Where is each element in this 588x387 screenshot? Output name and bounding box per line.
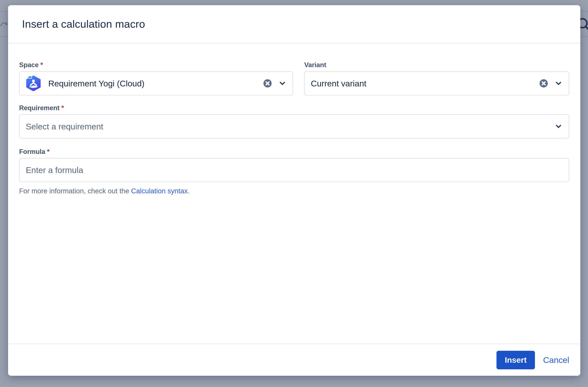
space-label: Space * (19, 61, 293, 69)
formula-input[interactable] (19, 158, 569, 182)
requirement-yogi-cloud-logo-icon (26, 75, 41, 91)
required-marker: * (61, 104, 64, 112)
chevron-down-icon[interactable] (554, 79, 563, 87)
calculation-syntax-link[interactable]: Calculation syntax (131, 187, 188, 195)
insert-calculation-macro-dialog: Insert a calculation macro Space * (8, 5, 580, 376)
required-marker: * (47, 148, 49, 156)
variant-select[interactable]: Current variant (304, 71, 569, 96)
variant-select-value: Current variant (311, 78, 366, 88)
space-field-group: Space * (19, 61, 293, 96)
dialog-title: Insert a calculation macro (22, 18, 145, 30)
requirement-field-group: Requirement * Select a requirement (19, 104, 569, 138)
dialog-body: Space * (8, 61, 580, 195)
redo-icon (0, 20, 9, 28)
cancel-button[interactable]: Cancel (543, 355, 569, 365)
insert-button[interactable]: Insert (497, 351, 535, 369)
chevron-down-icon[interactable] (554, 122, 563, 131)
required-marker: * (40, 61, 43, 69)
clear-icon[interactable] (539, 79, 548, 88)
formula-helper-text: For more information, check out the Calc… (19, 187, 569, 195)
variant-field-group: Variant Current variant (304, 61, 569, 96)
space-select-value: Requirement Yogi (Cloud) (48, 78, 145, 88)
clear-icon[interactable] (263, 79, 272, 88)
requirement-select-placeholder: Select a requirement (26, 122, 103, 131)
chevron-down-icon[interactable] (278, 79, 287, 87)
formula-field-group: Formula * For more information, check ou… (19, 148, 569, 195)
formula-label: Formula * (19, 148, 569, 156)
variant-label: Variant (304, 61, 569, 69)
dialog-header: Insert a calculation macro (8, 5, 580, 43)
requirement-select[interactable]: Select a requirement (19, 114, 569, 138)
space-select[interactable]: Requirement Yogi (Cloud) (19, 71, 293, 96)
dialog-footer: Insert Cancel (8, 344, 580, 376)
requirement-label: Requirement * (19, 104, 569, 112)
